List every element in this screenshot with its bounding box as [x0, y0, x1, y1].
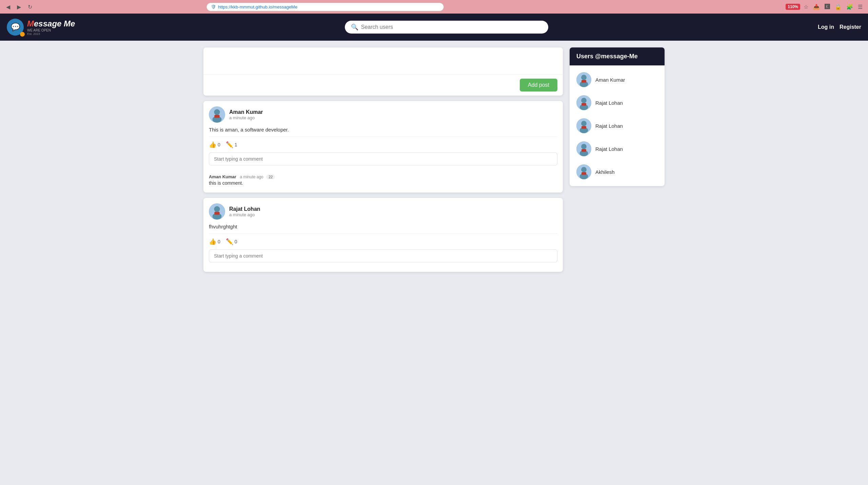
- profile-icon-k[interactable]: 🅺: [823, 3, 831, 11]
- address-bar[interactable]: 🛡️ https://kkb-mmmut.github.io/messageMe: [206, 3, 444, 11]
- post-header: Rajat Lohan a minute ago: [209, 203, 557, 220]
- avatar: [576, 95, 591, 110]
- comment-badge: 22: [266, 175, 275, 179]
- comment-count: 1: [235, 142, 237, 147]
- brand-essage: essage: [34, 19, 61, 28]
- svg-point-13: [581, 98, 587, 103]
- comment-icon: ✏️: [226, 238, 233, 245]
- svg-point-5: [214, 206, 220, 212]
- brand[interactable]: 💬 Message Me WE ARE OPEN Est. 2023: [7, 19, 75, 36]
- post-author: Aman Kumar: [229, 109, 263, 115]
- svg-point-1: [214, 109, 220, 115]
- svg-rect-27: [581, 172, 586, 175]
- add-post-button[interactable]: Add post: [520, 79, 557, 92]
- refresh-button[interactable]: ↻: [26, 3, 34, 11]
- brand-title: Message Me: [27, 19, 75, 28]
- post-header: Aman Kumar a minute ago: [209, 106, 557, 123]
- search-bar: 🔍: [345, 21, 548, 34]
- post-card: Rajat Lohan a minute ago fhvuhrghtght 👍 …: [203, 198, 563, 272]
- post-time: a minute ago: [229, 212, 260, 217]
- brand-text: Message Me WE ARE OPEN Est. 2023: [27, 19, 75, 36]
- svg-point-9: [581, 75, 587, 80]
- zoom-badge: 110%: [786, 4, 800, 10]
- url-text: https://kkb-mmmut.github.io/messageMe: [218, 4, 297, 9]
- brand-m: M: [27, 19, 34, 28]
- svg-rect-23: [581, 149, 586, 152]
- login-link[interactable]: Log in: [818, 24, 834, 30]
- security-icon: 🛡️: [211, 4, 216, 9]
- list-item[interactable]: Rajat Lohan: [570, 91, 665, 114]
- sidebar-user-name: Rajat Lohan: [595, 123, 623, 129]
- avatar: [576, 164, 591, 179]
- forward-button[interactable]: ▶: [15, 3, 23, 11]
- svg-rect-3: [214, 115, 219, 118]
- feed-column: Add post Aman Kumar a minute ago: [203, 47, 563, 272]
- sidebar-user-list: Aman Kumar Rajat Lohan: [570, 65, 665, 186]
- like-icon: 👍: [209, 141, 216, 148]
- sidebar-column: Users @message-Me Aman Kumar: [570, 47, 665, 272]
- comment-author: Aman Kumar: [209, 174, 236, 179]
- search-input[interactable]: [361, 24, 542, 30]
- navbar: 💬 Message Me WE ARE OPEN Est. 2023 🔍 Log…: [0, 14, 868, 41]
- register-link[interactable]: Register: [840, 24, 861, 30]
- post-meta: Aman Kumar a minute ago: [229, 109, 263, 120]
- list-item[interactable]: Akhilesh: [570, 160, 665, 183]
- comment-text: this is comment.: [209, 180, 557, 186]
- menu-button[interactable]: ☰: [856, 3, 864, 11]
- sidebar-user-name: Akhilesh: [595, 169, 615, 175]
- pocket-icon[interactable]: 📥: [812, 3, 821, 11]
- search-wrapper: 🔍: [75, 21, 818, 34]
- post-time: a minute ago: [229, 115, 263, 120]
- list-item[interactable]: Rajat Lohan: [570, 114, 665, 137]
- comment-input[interactable]: [209, 153, 557, 165]
- back-button[interactable]: ◀: [4, 3, 12, 11]
- post-reactions: 👍 0 ✏️ 0: [209, 238, 557, 245]
- post-composer: Add post: [203, 47, 563, 96]
- like-count: 0: [218, 142, 220, 147]
- bookmark-button[interactable]: ☆: [802, 3, 810, 11]
- post-author: Rajat Lohan: [229, 206, 260, 212]
- composer-textarea[interactable]: [203, 47, 563, 75]
- svg-point-17: [581, 121, 587, 126]
- comment-time: a minute ago: [240, 175, 263, 179]
- post-meta: Rajat Lohan a minute ago: [229, 206, 260, 217]
- comment-count: 0: [235, 239, 237, 244]
- sidebar-user-name: Rajat Lohan: [595, 100, 623, 106]
- svg-point-25: [581, 167, 587, 172]
- auth-links: Log in Register: [818, 24, 861, 30]
- comment-count-button[interactable]: ✏️ 0: [226, 238, 237, 245]
- list-item[interactable]: Rajat Lohan: [570, 137, 665, 160]
- post-reactions: 👍 0 ✏️ 1: [209, 141, 557, 148]
- comment-input[interactable]: [209, 249, 557, 262]
- main-layout: Add post Aman Kumar a minute ago: [197, 41, 671, 279]
- comment-item: Aman Kumar a minute ago 22 this is comme…: [209, 172, 557, 187]
- svg-rect-7: [214, 212, 219, 215]
- lock-icon[interactable]: 🔒: [833, 3, 843, 11]
- browser-right-controls: 110% ☆ 📥 🅺 🔒 🧩 ☰: [786, 3, 864, 11]
- avatar: [576, 72, 591, 87]
- composer-footer: Add post: [203, 75, 563, 96]
- like-icon: 👍: [209, 238, 216, 245]
- brand-est: Est. 2023: [27, 32, 75, 36]
- like-button[interactable]: 👍 0: [209, 238, 220, 245]
- svg-rect-19: [581, 126, 586, 129]
- comment-count-button[interactable]: ✏️ 1: [226, 141, 237, 148]
- browser-chrome: ◀ ▶ ↻ 🛡️ https://kkb-mmmut.github.io/mes…: [0, 0, 868, 14]
- svg-point-21: [581, 144, 587, 149]
- like-button[interactable]: 👍 0: [209, 141, 220, 148]
- svg-rect-15: [581, 103, 586, 106]
- extensions-icon[interactable]: 🧩: [845, 3, 854, 11]
- avatar: [209, 106, 225, 123]
- sidebar-user-name: Aman Kumar: [595, 77, 625, 83]
- avatar: [576, 141, 591, 156]
- sidebar-user-name: Rajat Lohan: [595, 146, 623, 152]
- avatar: [209, 203, 225, 220]
- sidebar-header: Users @message-Me: [570, 47, 665, 65]
- brand-logo: 💬: [7, 19, 24, 36]
- like-count: 0: [218, 239, 220, 244]
- brand-sub: WE ARE OPEN: [27, 28, 75, 32]
- list-item[interactable]: Aman Kumar: [570, 68, 665, 91]
- post-card: Aman Kumar a minute ago This is aman, a …: [203, 101, 563, 193]
- svg-rect-11: [581, 80, 586, 83]
- brand-me: Me: [61, 19, 75, 28]
